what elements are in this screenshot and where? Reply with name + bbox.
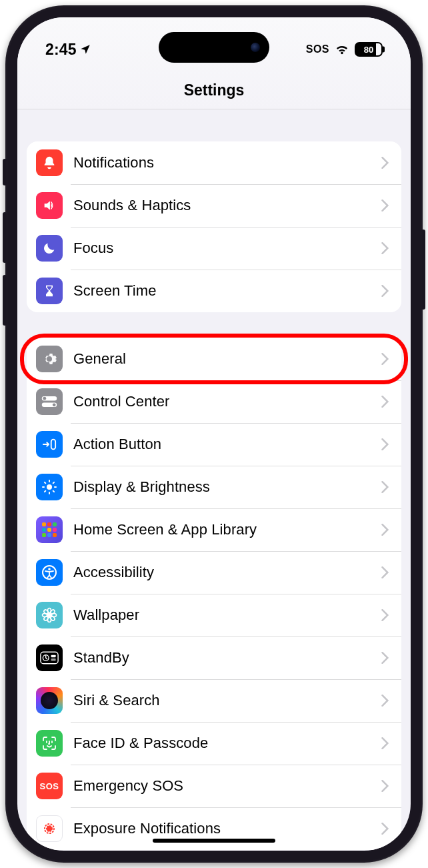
svg-rect-4 [51, 440, 55, 450]
home-indicator[interactable] [153, 839, 275, 843]
row-label: Emergency SOS [73, 777, 381, 795]
mute-switch [3, 159, 7, 185]
row-display[interactable]: Display & Brightness [27, 466, 401, 508]
volume-down-button [3, 275, 7, 326]
location-icon [79, 43, 91, 55]
row-label: Home Screen & App Library [73, 521, 381, 538]
status-right: SOS 80 [306, 42, 383, 57]
device-frame: 2:45 SOS 80 Settings Notifi [5, 5, 423, 863]
chevron-right-icon [381, 285, 389, 297]
dynamic-island [159, 32, 269, 63]
row-wallpaper[interactable]: Wallpaper [27, 594, 401, 636]
row-sounds[interactable]: Sounds & Haptics [27, 184, 401, 227]
flower-icon [36, 602, 63, 628]
chevron-right-icon [381, 780, 389, 792]
power-button [421, 230, 425, 310]
row-label: Siri & Search [73, 692, 381, 709]
settings-group-2: General Control Center Action Button [27, 338, 401, 850]
wifi-icon [335, 43, 349, 55]
gear-icon [36, 346, 63, 372]
grid-icon [36, 516, 63, 543]
sos-indicator: SOS [306, 43, 329, 55]
row-focus[interactable]: Focus [27, 227, 401, 270]
standby-icon [36, 644, 63, 671]
row-general[interactable]: General [27, 338, 401, 380]
row-label: Action Button [73, 436, 381, 453]
row-home-screen[interactable]: Home Screen & App Library [27, 508, 401, 551]
chevron-right-icon [381, 737, 389, 749]
settings-content[interactable]: Notifications Sounds & Haptics Focus [17, 109, 411, 851]
svg-point-5 [47, 484, 52, 490]
row-label: Display & Brightness [73, 478, 381, 496]
siri-icon [36, 687, 63, 714]
chevron-right-icon [381, 438, 389, 450]
row-label: Control Center [73, 393, 381, 410]
row-label: Screen Time [73, 282, 381, 300]
chevron-right-icon [381, 652, 389, 664]
row-label: General [73, 350, 381, 368]
svg-rect-20 [51, 659, 56, 661]
bell-icon [36, 149, 63, 176]
chevron-right-icon [381, 524, 389, 536]
row-faceid[interactable]: Face ID & Passcode [27, 722, 401, 765]
hourglass-icon [36, 278, 63, 304]
svg-point-1 [43, 397, 46, 400]
row-notifications[interactable]: Notifications [27, 141, 401, 184]
chevron-right-icon [381, 353, 389, 365]
row-exposure[interactable]: Exposure Notifications [27, 807, 401, 850]
battery-level: 80 [364, 45, 373, 55]
accessibility-icon [36, 559, 63, 586]
row-action-button[interactable]: Action Button [27, 423, 401, 466]
battery-indicator: 80 [355, 42, 383, 57]
chevron-right-icon [381, 199, 389, 211]
row-siri[interactable]: Siri & Search [27, 679, 401, 722]
faceid-icon [36, 730, 63, 757]
row-label: Notifications [73, 154, 381, 171]
chevron-right-icon [381, 242, 389, 254]
svg-rect-19 [51, 655, 56, 658]
chevron-right-icon [381, 396, 389, 408]
chevron-right-icon [381, 609, 389, 621]
row-standby[interactable]: StandBy [27, 636, 401, 679]
chevron-right-icon [381, 481, 389, 493]
row-label: StandBy [73, 649, 381, 667]
chevron-right-icon [381, 157, 389, 169]
row-control-center[interactable]: Control Center [27, 380, 401, 423]
volume-up-button [3, 212, 7, 263]
moon-icon [36, 235, 63, 262]
speaker-icon [36, 192, 63, 219]
svg-point-8 [48, 614, 51, 617]
svg-point-3 [53, 403, 56, 406]
settings-group-1: Notifications Sounds & Haptics Focus [27, 141, 401, 312]
row-accessibility[interactable]: Accessibility [27, 551, 401, 594]
sos-icon: SOS [36, 773, 63, 799]
sun-icon [36, 474, 63, 500]
switches-icon [36, 388, 63, 415]
status-left: 2:45 [45, 41, 91, 59]
row-label: Face ID & Passcode [73, 735, 381, 752]
row-label: Focus [73, 240, 381, 257]
exposure-icon [36, 815, 63, 842]
chevron-right-icon [381, 695, 389, 707]
chevron-right-icon [381, 823, 389, 835]
screen: 2:45 SOS 80 Settings Notifi [17, 17, 411, 851]
row-label: Wallpaper [73, 606, 381, 624]
svg-point-7 [48, 568, 51, 570]
row-label: Exposure Notifications [73, 820, 381, 837]
chevron-right-icon [381, 566, 389, 578]
status-time: 2:45 [45, 41, 77, 59]
row-screentime[interactable]: Screen Time [27, 270, 401, 312]
row-label: Accessibility [73, 564, 381, 581]
row-emergency[interactable]: SOS Emergency SOS [27, 765, 401, 807]
action-icon [36, 431, 63, 458]
row-label: Sounds & Haptics [73, 197, 381, 214]
